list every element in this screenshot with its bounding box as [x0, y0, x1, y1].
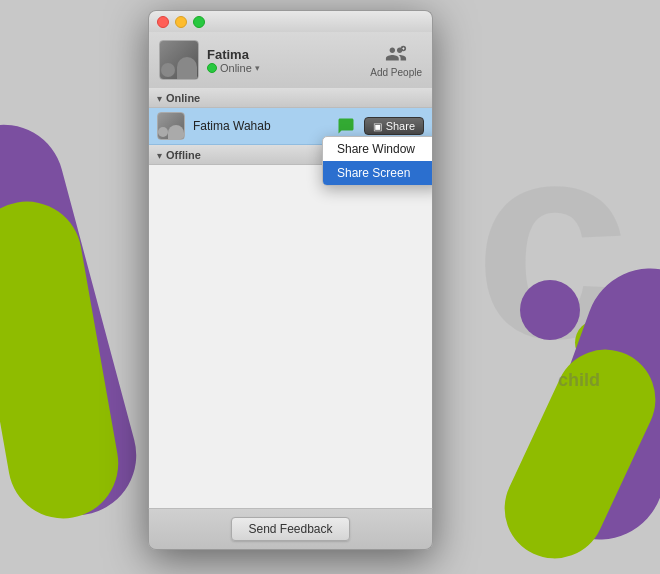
contact-list: ▾ Online Fatima Wahab ▣ Share Share Wind… — [148, 88, 433, 508]
contact-row[interactable]: Fatima Wahab ▣ Share Share Window Share … — [149, 108, 432, 145]
avatar-body — [177, 57, 197, 79]
contact-name: Fatima Wahab — [193, 119, 328, 133]
status-dot — [207, 63, 217, 73]
add-people-label: Add People — [370, 67, 422, 78]
messages-window: Fatima Online ▾ + Add People ▾ Online — [148, 10, 433, 550]
maximize-button[interactable] — [193, 16, 205, 28]
online-triangle-icon: ▾ — [157, 93, 162, 104]
minimize-button[interactable] — [175, 16, 187, 28]
add-people-button[interactable]: + Add People — [370, 43, 422, 78]
status-text: Online — [220, 62, 252, 74]
user-info-area: Fatima Online ▾ — [159, 40, 260, 80]
share-button-label: Share — [386, 120, 415, 132]
online-section-header[interactable]: ▾ Online — [149, 88, 432, 108]
share-window-option[interactable]: Share Window — [323, 137, 433, 161]
titlebar — [148, 10, 433, 32]
chat-icon[interactable] — [336, 116, 356, 136]
bg-decoration-3 — [520, 280, 580, 340]
footer: Send Feedback — [148, 508, 433, 550]
close-button[interactable] — [157, 16, 169, 28]
status-row[interactable]: Online ▾ — [207, 62, 260, 74]
send-feedback-button[interactable]: Send Feedback — [231, 517, 349, 541]
online-section-label: Online — [166, 92, 200, 104]
contact-avatar — [157, 112, 185, 140]
offline-triangle-icon: ▾ — [157, 150, 162, 161]
offline-section-label: Offline — [166, 149, 201, 161]
avatar-head — [161, 63, 175, 77]
share-screen-option[interactable]: Share Screen — [323, 161, 433, 185]
avatar — [159, 40, 199, 80]
svg-text:+: + — [402, 45, 405, 50]
share-button-icon: ▣ — [373, 121, 382, 132]
user-name: Fatima — [207, 47, 260, 62]
share-button[interactable]: ▣ Share — [364, 117, 424, 135]
add-people-icon: + — [385, 43, 407, 65]
user-details: Fatima Online ▾ — [207, 47, 260, 74]
chevron-down-icon: ▾ — [255, 63, 260, 73]
header: Fatima Online ▾ + Add People — [148, 32, 433, 88]
share-dropdown: Share Window Share Screen — [322, 136, 433, 186]
bg-text: child — [558, 370, 600, 391]
